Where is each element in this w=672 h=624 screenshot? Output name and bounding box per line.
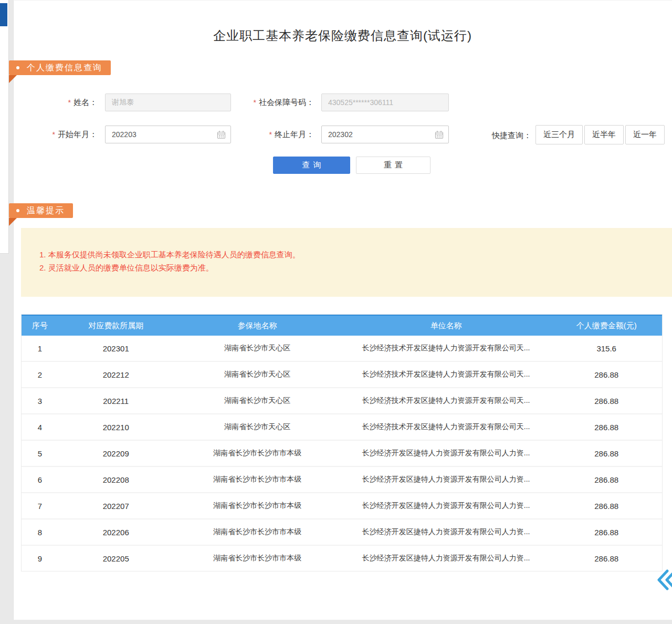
ssn-label: * 社会保障号码： — [234, 93, 314, 111]
column-header-3: 单位名称 — [341, 321, 551, 331]
bullet-icon — [16, 209, 19, 212]
notice-box: 1. 本服务仅提供尚未领取企业职工基本养老保险待遇人员的缴费信息查询。2. 灵活… — [21, 228, 672, 297]
cell-company: 长沙经济开发区捷特人力资源开发有限公司人力资... — [341, 554, 551, 563]
cell-period: 202206 — [58, 528, 174, 537]
cell-amount: 286.88 — [551, 554, 662, 563]
left-sidebar-strip — [0, 0, 9, 254]
cell-company: 长沙经济技术开发区捷特人力资源开发有限公司天... — [341, 422, 551, 432]
cell-company: 长沙经济开发区捷特人力资源开发有限公司人力资... — [341, 527, 551, 537]
double-chevron-left-icon[interactable] — [657, 568, 672, 591]
cell-area: 湖南省长沙市长沙市市本级 — [174, 501, 341, 511]
badge-fold-decoration — [9, 75, 17, 83]
table-row: 6 202208 湖南省长沙市长沙市市本级 长沙经济开发区捷特人力资源开发有限公… — [22, 467, 662, 493]
start-month-input[interactable] — [105, 126, 231, 143]
column-header-0: 序号 — [22, 321, 58, 331]
section-badge-tips: 温馨提示 — [9, 203, 73, 218]
cell-area: 湖南省长沙市长沙市市本级 — [174, 554, 341, 563]
column-header-1: 对应费款所属期 — [58, 321, 174, 331]
cell-amount: 315.6 — [551, 344, 662, 353]
cell-amount: 286.88 — [551, 449, 662, 458]
cell-area: 湖南省长沙市长沙市市本级 — [174, 449, 341, 458]
cell-period: 202210 — [58, 423, 174, 432]
required-asterisk: * — [269, 126, 272, 143]
name-input[interactable] — [105, 93, 231, 111]
cell-period: 202301 — [58, 344, 174, 353]
cell-amount: 286.88 — [551, 502, 662, 511]
cell-company: 长沙经济技术开发区捷特人力资源开发有限公司天... — [341, 396, 551, 405]
cell-index: 2 — [22, 370, 58, 379]
notice-line-2: 2. 灵活就业人员的缴费单位信息以实际缴费为准。 — [39, 261, 662, 274]
required-asterisk: * — [52, 126, 55, 143]
cell-period: 202205 — [58, 554, 174, 563]
notice-line-1: 1. 本服务仅提供尚未领取企业职工基本养老保险待遇人员的缴费信息查询。 — [39, 248, 662, 261]
column-header-2: 参保地名称 — [174, 321, 341, 331]
cell-amount: 286.88 — [551, 370, 662, 379]
cell-index: 7 — [22, 502, 58, 511]
cell-area: 湖南省长沙市天心区 — [174, 344, 341, 353]
badge-fold-decoration — [9, 218, 17, 226]
table-row: 4 202210 湖南省长沙市天心区 长沙经济技术开发区捷特人力资源开发有限公司… — [22, 414, 662, 441]
cell-area: 湖南省长沙市长沙市市本级 — [174, 527, 341, 537]
cell-period: 202212 — [58, 370, 174, 379]
end-month-input[interactable] — [321, 126, 449, 143]
ssn-input[interactable] — [321, 93, 449, 111]
bullet-icon — [16, 66, 19, 69]
required-asterisk: * — [68, 93, 71, 111]
quick-query-label: 快捷查询： — [487, 126, 531, 145]
cell-index: 6 — [22, 475, 58, 484]
reset-button[interactable]: 重置 — [356, 157, 430, 174]
cell-area: 湖南省长沙市天心区 — [174, 370, 341, 379]
end-month-label: * 终止年月： — [234, 126, 314, 143]
query-button[interactable]: 查询 — [273, 157, 350, 174]
cell-area: 湖南省长沙市天心区 — [174, 422, 341, 432]
cell-company: 长沙经济开发区捷特人力资源开发有限公司人力资... — [341, 475, 551, 484]
sidebar-collapsed-tab[interactable] — [0, 3, 7, 26]
cell-company: 长沙经济技术开发区捷特人力资源开发有限公司天... — [341, 344, 551, 353]
payment-table-header: 序号对应费款所属期参保地名称单位名称个人缴费金额(元) — [22, 315, 662, 336]
required-asterisk: * — [254, 93, 256, 111]
table-row: 9 202205 湖南省长沙市长沙市市本级 长沙经济开发区捷特人力资源开发有限公… — [22, 546, 662, 571]
cell-period: 202211 — [58, 397, 174, 405]
cell-area: 湖南省长沙市天心区 — [174, 396, 341, 405]
table-row: 2 202212 湖南省长沙市天心区 长沙经济技术开发区捷特人力资源开发有限公司… — [22, 362, 662, 388]
cell-index: 1 — [22, 344, 58, 353]
cell-index: 5 — [22, 449, 58, 458]
page-root: 企业职工基本养老保险缴费信息查询(试运行) 个人缴费信息查询 * 姓名： * 社… — [0, 0, 672, 624]
start-month-label: * 开始年月： — [32, 126, 97, 143]
quick-range-button-1[interactable]: 近半年 — [584, 125, 624, 144]
section-badge-personal-query: 个人缴费信息查询 — [9, 60, 111, 75]
section-badge-label: 个人缴费信息查询 — [27, 60, 102, 75]
payment-table: 序号对应费款所属期参保地名称单位名称个人缴费金额(元) 1 202301 湖南省… — [21, 314, 663, 571]
quick-range-button-2[interactable]: 近一年 — [625, 125, 665, 144]
quick-range-button-0[interactable]: 近三个月 — [536, 125, 583, 144]
cell-company: 长沙经济技术开发区捷特人力资源开发有限公司天... — [341, 370, 551, 379]
cell-amount: 286.88 — [551, 397, 662, 405]
cell-index: 8 — [22, 528, 58, 537]
cell-period: 202208 — [58, 475, 174, 484]
cell-index: 4 — [22, 423, 58, 432]
payment-table-body: 1 202301 湖南省长沙市天心区 长沙经济技术开发区捷特人力资源开发有限公司… — [22, 336, 662, 571]
table-row: 3 202211 湖南省长沙市天心区 长沙经济技术开发区捷特人力资源开发有限公司… — [22, 388, 662, 414]
cell-company: 长沙经济开发区捷特人力资源开发有限公司人力资... — [341, 449, 551, 458]
cell-area: 湖南省长沙市长沙市市本级 — [174, 475, 341, 484]
cell-amount: 286.88 — [551, 423, 662, 432]
cell-amount: 286.88 — [551, 475, 662, 484]
table-row: 1 202301 湖南省长沙市天心区 长沙经济技术开发区捷特人力资源开发有限公司… — [22, 336, 662, 362]
cell-amount: 286.88 — [551, 528, 662, 537]
table-row: 8 202206 湖南省长沙市长沙市市本级 长沙经济开发区捷特人力资源开发有限公… — [22, 519, 662, 546]
table-row: 5 202209 湖南省长沙市长沙市市本级 长沙经济开发区捷特人力资源开发有限公… — [22, 441, 662, 467]
cell-index: 3 — [22, 397, 58, 405]
name-label: * 姓名： — [32, 93, 97, 111]
table-row: 7 202207 湖南省长沙市长沙市市本级 长沙经济开发区捷特人力资源开发有限公… — [22, 493, 662, 519]
cell-index: 9 — [22, 554, 58, 563]
quick-query-group: 近三个月近半年近一年 — [536, 125, 665, 144]
cell-period: 202209 — [58, 449, 174, 458]
section-badge-label: 温馨提示 — [27, 203, 65, 218]
cell-period: 202207 — [58, 502, 174, 511]
page-title: 企业职工基本养老保险缴费信息查询(试运行) — [13, 27, 672, 44]
cell-company: 长沙经济开发区捷特人力资源开发有限公司人力资... — [341, 501, 551, 511]
column-header-4: 个人缴费金额(元) — [551, 321, 662, 331]
